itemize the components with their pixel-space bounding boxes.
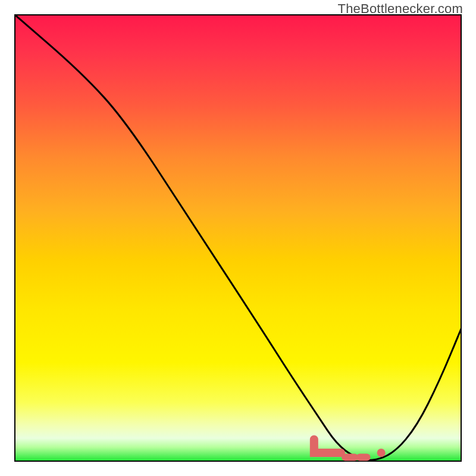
gradient-background: [15, 15, 461, 461]
chart-frame: [14, 14, 462, 462]
